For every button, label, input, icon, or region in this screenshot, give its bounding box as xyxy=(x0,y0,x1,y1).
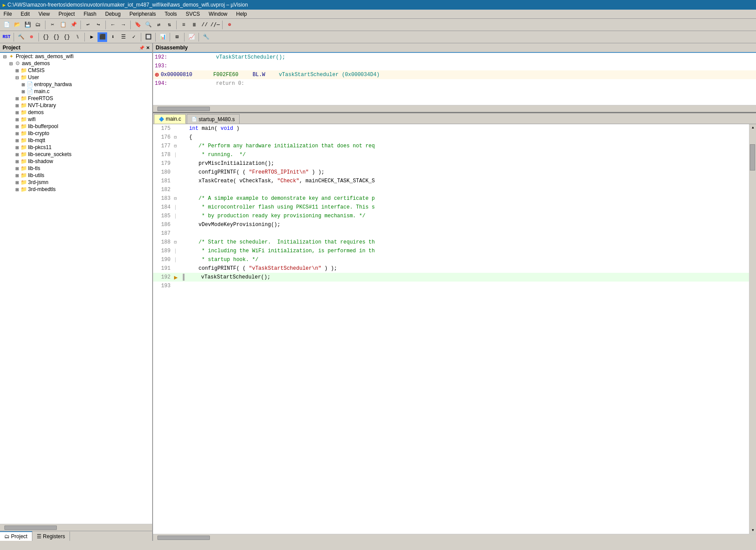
tab-registers[interactable]: ☰ Registers xyxy=(32,531,70,541)
menu-project[interactable]: Project xyxy=(57,10,77,17)
toggle-libshadow[interactable]: ⊞ xyxy=(14,159,20,164)
toggle-libbufferpool[interactable]: ⊞ xyxy=(14,124,20,129)
toggle-libsecure[interactable]: ⊞ xyxy=(14,152,20,157)
tree-libutils[interactable]: ⊞ 📁 lib-utils xyxy=(0,172,152,179)
menu-flash[interactable]: Flash xyxy=(82,10,98,17)
build-btn[interactable]: ⊕ xyxy=(225,20,234,30)
dbg4-btn[interactable]: ⑊ xyxy=(73,32,82,42)
code-hscroll-track[interactable] xyxy=(153,534,756,541)
find-btn[interactable]: 🔍 xyxy=(143,20,153,30)
toggle-project[interactable]: ⊟ xyxy=(2,54,8,59)
toggle-libmqtt[interactable]: ⊞ xyxy=(14,138,20,143)
code-vscroll[interactable]: ▲ ▼ xyxy=(749,124,756,534)
indent-btn[interactable]: ≡ xyxy=(179,20,188,30)
toggle-libcrypto[interactable]: ⊞ xyxy=(14,131,20,136)
nav-fwd-btn[interactable]: → xyxy=(118,20,128,30)
tree-demos[interactable]: ⊞ 📁 demos xyxy=(0,109,152,116)
bookmark-btn[interactable]: 🔖 xyxy=(133,20,143,30)
copy-btn[interactable]: 📋 xyxy=(58,20,68,30)
tree-libpkcs11[interactable]: ⊞ 📁 lib-pkcs11 xyxy=(0,144,152,151)
download-btn[interactable]: ⬇ xyxy=(108,32,118,42)
toggle-user[interactable]: ⊟ xyxy=(14,75,20,80)
nav-back-btn[interactable]: ← xyxy=(108,20,118,30)
dbg2-btn[interactable]: {} xyxy=(52,32,61,42)
tree-libcrypto[interactable]: ⊞ 📁 lib-crypto xyxy=(0,130,152,137)
toggle-libpkcs11[interactable]: ⊞ xyxy=(14,145,20,150)
tree-libsecure[interactable]: ⊞ 📁 lib-secure_sockets xyxy=(0,151,152,158)
menu-help[interactable]: Help xyxy=(234,10,249,17)
dbg1-btn[interactable]: {} xyxy=(41,32,51,42)
replace-btn[interactable]: ⇄ xyxy=(154,20,164,30)
code-hscroll[interactable] xyxy=(153,534,756,541)
tree-user[interactable]: ⊟ 📁 User xyxy=(0,74,152,81)
toggle-libutils[interactable]: ⊞ xyxy=(14,173,20,178)
pin-icon[interactable]: 📌 xyxy=(139,45,144,50)
toggle-entropy[interactable]: ⊞ xyxy=(20,82,26,87)
menu-peripherals[interactable]: Peripherals xyxy=(128,10,158,17)
uncomment-btn[interactable]: //̶ xyxy=(210,20,220,30)
settings-btn[interactable]: 🔧 xyxy=(201,32,211,42)
menu-window[interactable]: Window xyxy=(207,10,229,17)
mem-btn[interactable]: 🔲 xyxy=(143,32,153,42)
tree-mainc[interactable]: ⊞ 📄 main.c xyxy=(0,88,152,95)
unindent-btn[interactable]: ≣ xyxy=(189,20,199,30)
tree-libshadow[interactable]: ⊞ 📁 lib-shadow xyxy=(0,158,152,165)
tree-freertos[interactable]: ⊞ 📁 FreeRTOS xyxy=(0,95,152,102)
tree-libbufferpool[interactable]: ⊞ 📁 lib-bufferpool xyxy=(0,123,152,130)
tree-hscroll[interactable] xyxy=(0,524,152,531)
comment-btn[interactable]: // xyxy=(200,20,209,30)
chart-btn[interactable]: 📈 xyxy=(187,32,196,42)
erase-btn[interactable]: ☰ xyxy=(118,32,128,42)
tree-project-root[interactable]: ⊟ ✦ Project: aws_demos_wifi xyxy=(0,53,152,60)
tab-project[interactable]: 🗂 Project xyxy=(0,531,32,541)
paste-btn[interactable]: 📌 xyxy=(69,20,78,30)
vscroll-track[interactable] xyxy=(749,131,756,527)
toggle-freertos[interactable]: ⊞ xyxy=(14,96,20,101)
logic-btn[interactable]: 📊 xyxy=(158,32,167,42)
save-all-btn[interactable]: 🗂 xyxy=(33,20,43,30)
tree-libtls[interactable]: ⊞ 📁 lib-tls xyxy=(0,165,152,172)
toggle-mainc[interactable]: ⊞ xyxy=(20,89,26,94)
vscroll-down-btn[interactable]: ▼ xyxy=(749,527,756,534)
tree-nvt[interactable]: ⊞ 📁 NVT-Library xyxy=(0,102,152,109)
save-btn[interactable]: 💾 xyxy=(23,20,32,30)
disasm-hscroll-thumb[interactable] xyxy=(157,107,210,111)
tree-mbedtls[interactable]: ⊞ 📁 3rd-mbedtls xyxy=(0,186,152,193)
verify-btn[interactable]: ✓ xyxy=(129,32,139,42)
run-btn[interactable]: ▶ xyxy=(87,32,97,42)
close-panel-icon[interactable]: ✕ xyxy=(146,45,150,50)
vscroll-up-btn[interactable]: ▲ xyxy=(749,124,756,131)
toggle-wifi[interactable]: ⊞ xyxy=(14,117,20,122)
reset-btn[interactable]: RST xyxy=(2,32,11,42)
menu-debug[interactable]: Debug xyxy=(104,10,122,17)
hscroll-track[interactable] xyxy=(0,524,152,531)
menu-view[interactable]: View xyxy=(37,10,52,17)
open-btn[interactable]: 📂 xyxy=(12,20,22,30)
tab-startup[interactable]: 📄 startup_M480.s xyxy=(187,114,240,124)
dbg3-btn[interactable]: {} xyxy=(62,32,72,42)
tree-libmqtt[interactable]: ⊞ 📁 lib-mqtt xyxy=(0,137,152,144)
vscroll-thumb[interactable] xyxy=(750,144,755,171)
code-hscroll-thumb[interactable] xyxy=(157,536,210,540)
redo-btn[interactable]: ↪ xyxy=(94,20,103,30)
tree-wifi[interactable]: ⊞ 📁 wifi xyxy=(0,116,152,123)
toggle-cmsis[interactable]: ⊞ xyxy=(14,68,20,73)
toggle-mbedtls[interactable]: ⊞ xyxy=(14,187,20,192)
menu-edit[interactable]: Edit xyxy=(19,10,31,17)
tree-aws-demos[interactable]: ⊟ ⚙ aws_demos xyxy=(0,60,152,67)
toggle-nvt[interactable]: ⊞ xyxy=(14,103,20,108)
stop-btn[interactable]: ⊗ xyxy=(27,32,36,42)
tree-entropy[interactable]: ⊞ 📄 entropy_hardwa xyxy=(0,81,152,88)
grid-btn[interactable]: ⊞ xyxy=(172,32,182,42)
undo-btn[interactable]: ↩ xyxy=(83,20,93,30)
menu-svcs[interactable]: SVCS xyxy=(184,10,202,17)
toggle-aws-demos[interactable]: ⊟ xyxy=(8,61,14,66)
menu-file[interactable]: File xyxy=(2,10,14,17)
tab-mainc[interactable]: 🔷 main.c xyxy=(154,114,186,124)
disasm-hscroll[interactable] xyxy=(153,105,756,112)
tree-cmsis[interactable]: ⊞ 📁 CMSIS xyxy=(0,67,152,74)
toggle-jsmn[interactable]: ⊞ xyxy=(14,180,20,185)
new-file-btn[interactable]: 📄 xyxy=(2,20,11,30)
nav-btn[interactable]: ⇅ xyxy=(164,20,174,30)
build2-btn[interactable]: 🔨 xyxy=(16,32,26,42)
